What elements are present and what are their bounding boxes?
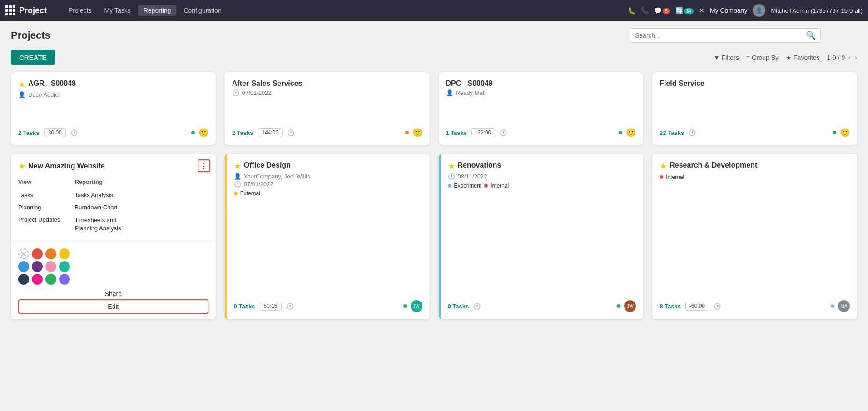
kebab-menu-button[interactable]: ⋮ <box>198 159 210 172</box>
dropdown-burndown[interactable]: Burndown Chart <box>75 203 121 212</box>
share-button[interactable]: Share <box>18 288 208 299</box>
avatar: JW <box>411 300 422 312</box>
status-dot <box>403 304 407 308</box>
date: 08/11/2022 <box>458 173 487 180</box>
favorites-button[interactable]: ★ Favorites <box>786 54 820 61</box>
phone-icon[interactable]: 📞 <box>641 7 649 14</box>
nav-projects[interactable]: Projects <box>63 5 97 16</box>
color-violet[interactable] <box>59 274 70 285</box>
smiley-icon[interactable]: 🙂 <box>412 128 422 138</box>
group-by-button[interactable]: ≡ Group By <box>746 54 779 61</box>
card-header: ★ Research & Development <box>660 161 850 171</box>
color-dark[interactable] <box>18 274 29 285</box>
search-icon-button[interactable]: 🔍 <box>806 30 816 40</box>
reporting-column-title: Reporting <box>75 178 121 185</box>
close-icon[interactable]: ✕ <box>699 7 704 14</box>
star-icon[interactable]: ★ <box>448 161 455 171</box>
tasks-count[interactable]: 22 Tasks <box>660 129 684 136</box>
username: Mitchell Admin (17357797-15-0-all) <box>771 7 863 14</box>
dropdown-tasks[interactable]: Tasks <box>18 191 60 199</box>
person-icon: 👤 <box>234 173 241 180</box>
color-red[interactable] <box>32 248 43 259</box>
card-subtitle: 🕐 07/01/2022 <box>232 89 422 96</box>
color-clear[interactable] <box>18 248 29 259</box>
customer-name: Deco Addict <box>28 91 60 98</box>
search-bar[interactable]: 🔍 <box>630 28 821 43</box>
internal-dot <box>660 175 663 179</box>
clock-icon: 🕐 <box>689 129 696 136</box>
time-badge: 144:00 <box>258 128 283 137</box>
tasks-count[interactable]: 8 Tasks <box>660 303 681 310</box>
color-teal[interactable] <box>59 261 70 272</box>
dropdown-planning[interactable]: Planning <box>18 203 60 212</box>
pagination-next[interactable]: › <box>855 54 857 62</box>
dropdown-tasks-analysis[interactable]: Tasks Analysis <box>75 191 121 199</box>
star-icon[interactable]: ★ <box>660 161 667 171</box>
topnav-right: 🐛 📞 💬5 🔄34 ✕ My Company 👤 Mitchell Admin… <box>628 4 863 17</box>
project-card-office-design: ★ Office Design 👤 YourCompany, Joel Will… <box>225 154 430 319</box>
color-hotpink[interactable] <box>32 274 43 285</box>
filter-icon: ▼ <box>714 54 720 61</box>
star-icon[interactable]: ★ <box>18 161 25 171</box>
smiley-icon[interactable]: 🙂 <box>626 128 636 138</box>
tasks-count[interactable]: 2 Tasks <box>18 129 40 136</box>
clock-icon: 🕐 <box>287 129 294 136</box>
app-title: Project <box>19 6 47 15</box>
clock-icon: 🕐 <box>500 129 507 136</box>
star-icon[interactable]: ★ <box>234 161 241 171</box>
nav-my-tasks[interactable]: My Tasks <box>99 5 136 16</box>
color-yellow[interactable] <box>59 248 70 259</box>
tasks-count[interactable]: 1 Tasks <box>446 129 467 136</box>
app-logo[interactable]: Project <box>5 5 56 15</box>
smiley-icon[interactable]: 🙂 <box>198 128 208 138</box>
card-header: Field Service <box>660 79 850 88</box>
toolbar: CREATE ▼ Filters ≡ Group By ★ Favorites … <box>11 50 857 65</box>
tasks-count[interactable]: 2 Tasks <box>232 129 253 136</box>
project-title: After-Sales Services <box>232 79 303 88</box>
create-button[interactable]: CREATE <box>11 50 55 65</box>
edit-button[interactable]: Edit <box>18 299 208 314</box>
date: 07/01/2022 <box>242 89 272 96</box>
footer-icons: 🙂 <box>191 128 208 138</box>
tasks-count[interactable]: 0 Tasks <box>448 303 469 310</box>
time-badge: -22:00 <box>471 128 495 137</box>
nav-reporting[interactable]: Reporting <box>138 5 177 16</box>
footer-icons: MA <box>831 300 850 312</box>
color-green[interactable] <box>45 274 56 285</box>
card-header: ★ Renovations <box>448 161 636 171</box>
pagination-prev[interactable]: ‹ <box>848 54 851 62</box>
color-pink[interactable] <box>45 261 56 272</box>
color-orange[interactable] <box>45 248 56 259</box>
project-card-research: ★ Research & Development Internal 8 Task… <box>652 154 857 319</box>
tag-external-label: External <box>240 190 260 197</box>
avatar[interactable]: 👤 <box>753 4 765 17</box>
dropdown-columns: View Tasks Planning Project Updates Repo… <box>11 175 216 241</box>
tasks-count[interactable]: 9 Tasks <box>234 303 255 310</box>
chat-icon[interactable]: 💬5 <box>654 7 670 14</box>
color-blue[interactable] <box>18 261 29 272</box>
activity-icon[interactable]: 🔄34 <box>675 7 694 14</box>
topnav: Project Projects My Tasks Reporting Conf… <box>0 0 868 21</box>
smiley-icon[interactable]: 🙂 <box>840 128 850 138</box>
color-row-1 <box>18 248 208 259</box>
group-by-label: Group By <box>752 54 779 61</box>
color-purple[interactable] <box>32 261 43 272</box>
dropdown-timesheets[interactable]: Timesheets andPlanning Analysis <box>75 215 121 233</box>
company-name[interactable]: My Company <box>710 7 747 14</box>
tag-external-dot <box>234 192 238 195</box>
bug-icon[interactable]: 🐛 <box>628 7 635 14</box>
grid-icon[interactable] <box>5 5 15 15</box>
card-footer: 22 Tasks 🕐 🙂 <box>660 128 850 138</box>
page-title: Projects <box>11 30 50 41</box>
dropdown-project-updates[interactable]: Project Updates <box>18 215 60 224</box>
card-header: DPC - S00049 <box>446 79 636 88</box>
tags-row: External <box>234 190 422 197</box>
time-badge: 53:15 <box>260 302 282 311</box>
filters-button[interactable]: ▼ Filters <box>714 54 739 61</box>
star-icon[interactable]: ★ <box>18 79 25 89</box>
search-input[interactable] <box>635 32 806 39</box>
project-card-renovations: ★ Renovations 🕐 08/11/2022 Experiment In… <box>439 154 644 319</box>
avatar: MA <box>838 300 850 312</box>
nav-configuration[interactable]: Configuration <box>178 5 227 16</box>
footer-icons: 🙂 <box>833 128 850 138</box>
